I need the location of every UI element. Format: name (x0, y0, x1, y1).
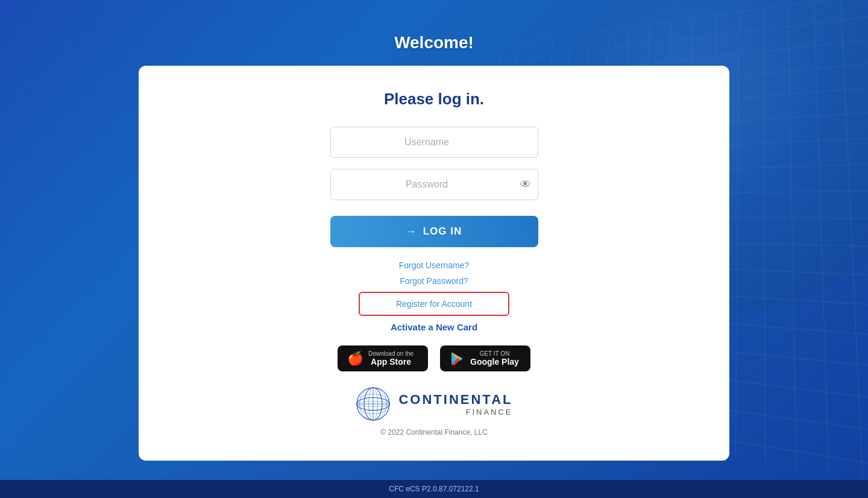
username-group (330, 127, 538, 158)
register-box[interactable]: Register for Account (359, 292, 509, 316)
google-play-icon (450, 351, 465, 367)
username-input[interactable] (330, 127, 538, 158)
password-group: 👁 (330, 169, 538, 200)
logo-area: CONTINENTAL FINANCE (355, 386, 512, 422)
arrow-icon: → (406, 225, 417, 238)
forgot-password-link[interactable]: Forgot Password? (400, 276, 468, 286)
login-button-label: LOG IN (423, 225, 462, 238)
version-label: CFC eCS P2.0.87.072122.1 (389, 485, 479, 493)
welcome-title: Welcome! (394, 33, 474, 52)
password-input[interactable] (330, 169, 538, 200)
app-store-name-label: App Store (368, 357, 414, 367)
app-store-sub-label: Download on the (368, 350, 414, 357)
google-play-name-label: Google Play (470, 357, 519, 367)
register-link[interactable]: Register for Account (396, 299, 472, 309)
logo-company-sub: FINANCE (398, 408, 512, 417)
footer-bar: CFC eCS P2.0.87.072122.1 (0, 480, 868, 498)
google-play-sub-label: GET IT ON (470, 350, 519, 357)
logo-text-group: CONTINENTAL FINANCE (398, 392, 512, 417)
activate-card-link[interactable]: Activate a New Card (391, 322, 477, 332)
card-title: Please log in. (384, 90, 484, 109)
app-store-button[interactable]: 🍎 Download on the App Store (338, 345, 428, 371)
apple-icon: 🍎 (347, 351, 363, 367)
password-wrapper: 👁 (330, 169, 538, 200)
login-button[interactable]: → LOG IN (330, 216, 538, 247)
forgot-username-link[interactable]: Forgot Username? (399, 260, 470, 270)
copyright-text: © 2022 Continental Finance, LLC (380, 428, 488, 437)
app-buttons-group: 🍎 Download on the App Store GET IT ON (338, 345, 530, 371)
continental-logo-globe (355, 386, 391, 422)
google-play-button[interactable]: GET IT ON Google Play (440, 345, 530, 371)
page-container: Welcome! Please log in. 👁 → LOG IN Forgo… (0, 0, 868, 480)
toggle-password-icon[interactable]: 👁 (520, 178, 531, 191)
logo-company-name: CONTINENTAL (398, 392, 512, 408)
login-card: Please log in. 👁 → LOG IN Forgot Usernam… (139, 66, 729, 461)
